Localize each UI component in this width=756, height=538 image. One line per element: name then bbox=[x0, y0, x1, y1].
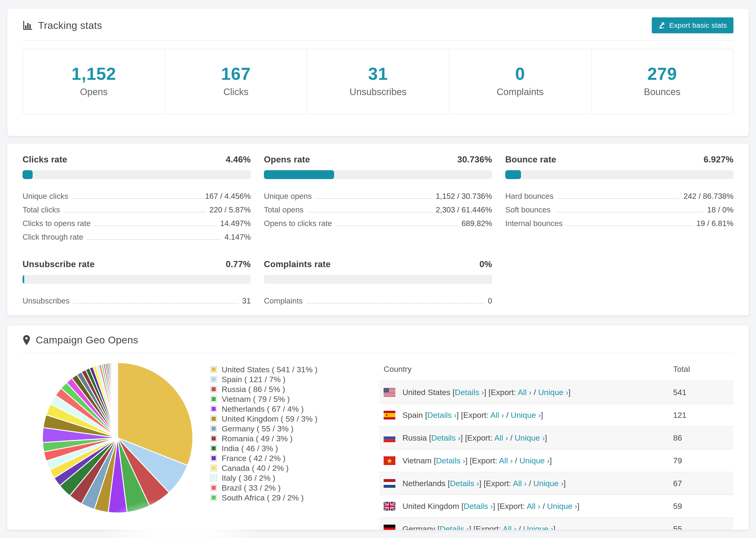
legend-item: Netherlands ( 67 / 4% ) bbox=[210, 404, 372, 414]
export-unique-link[interactable]: Unique › bbox=[533, 479, 564, 488]
legend-label: Russia ( 86 / 5% ) bbox=[222, 385, 285, 394]
rate-value: 30.736% bbox=[458, 155, 492, 165]
legend-label: Italy ( 36 / 2% ) bbox=[222, 473, 275, 483]
slash: / bbox=[508, 433, 514, 442]
legend-label: Germany ( 55 / 3% ) bbox=[222, 424, 294, 433]
rate-row-value: 4.147% bbox=[225, 233, 251, 242]
pie-legend: United States ( 541 / 31% )Spain ( 121 /… bbox=[210, 358, 372, 503]
export-unique-link[interactable]: Unique › bbox=[511, 410, 541, 419]
pie-slice bbox=[117, 363, 118, 438]
rate-panel: Clicks rate4.46%Unique clicks167 / 4.456… bbox=[23, 155, 251, 242]
details-link[interactable]: Details › bbox=[464, 502, 493, 511]
legend-swatch bbox=[210, 455, 217, 461]
country-links: United States [Details ›] [Export: All ›… bbox=[403, 388, 570, 397]
rate-row: Complaints0 bbox=[264, 293, 492, 306]
legend-swatch bbox=[210, 405, 217, 412]
details-link[interactable]: Details › bbox=[427, 410, 457, 419]
dotted-leader bbox=[315, 198, 432, 199]
rate-title: Unsubscribe rate bbox=[23, 259, 95, 269]
table-row: Russia [Details ›] [Export: All › / Uniq… bbox=[379, 426, 733, 449]
details-link[interactable]: Details › bbox=[440, 524, 469, 530]
bracket: ] [Export: bbox=[479, 479, 513, 488]
details-link[interactable]: Details › bbox=[450, 479, 479, 488]
legend-item: United Kingdom ( 59 / 3% ) bbox=[210, 414, 372, 424]
details-link[interactable]: Details › bbox=[431, 433, 460, 442]
legend-label: Spain ( 121 / 7% ) bbox=[222, 375, 286, 384]
export-basic-stats-button[interactable]: Export basic stats bbox=[652, 17, 733, 33]
export-unique-link[interactable]: Unique › bbox=[547, 502, 577, 511]
export-all-link[interactable]: All › bbox=[527, 502, 540, 511]
country-name: Vietnam [ bbox=[403, 456, 436, 465]
geo-opens-pie-chart bbox=[40, 360, 195, 515]
rate-row-label: Soft bounces bbox=[505, 205, 551, 215]
map-pin-icon bbox=[23, 335, 30, 346]
rate-row-label: Total clicks bbox=[23, 205, 60, 215]
progress-bar bbox=[264, 275, 492, 284]
rate-row-value: 1,152 / 30.736% bbox=[436, 192, 492, 202]
de-flag-icon bbox=[384, 525, 395, 530]
rate-row: Hard bounces242 / 86.738% bbox=[505, 188, 733, 202]
page-title: Tracking stats bbox=[38, 20, 102, 31]
dotted-leader bbox=[557, 198, 680, 199]
table-row: Spain [Details ›] [Export: All › / Uniqu… bbox=[379, 404, 733, 426]
rate-row: Unsubscribes31 bbox=[23, 293, 251, 306]
export-all-link[interactable]: All › bbox=[490, 410, 504, 419]
slash: / bbox=[513, 456, 519, 465]
rate-title-row: Clicks rate4.46% bbox=[23, 155, 251, 165]
country-links: Vietnam [Details ›] [Export: All › / Uni… bbox=[403, 456, 552, 465]
legend-label: Romania ( 49 / 3% ) bbox=[222, 434, 293, 443]
stat-label: Clicks bbox=[167, 86, 304, 97]
country-links: Germany [Details ›] [Export: All › / Uni… bbox=[403, 524, 556, 530]
export-unique-link[interactable]: Unique › bbox=[514, 433, 545, 442]
es-flag-icon bbox=[384, 411, 395, 419]
details-link[interactable]: Details › bbox=[455, 388, 484, 397]
progress-bar-fill bbox=[264, 170, 334, 179]
dotted-leader bbox=[73, 303, 238, 303]
total-cell: 79 bbox=[669, 449, 733, 472]
geo-table-wrap: Country Total United States [Details ›] … bbox=[379, 358, 733, 530]
rate-row-label: Total opens bbox=[264, 205, 303, 215]
rate-value: 4.46% bbox=[226, 155, 251, 165]
rate-title: Clicks rate bbox=[23, 155, 67, 165]
legend-label: Canada ( 40 / 2% ) bbox=[222, 463, 289, 473]
rate-rows: Unique opens1,152 / 30.736%Total opens2,… bbox=[264, 188, 492, 229]
rate-row-label: Click through rate bbox=[23, 233, 83, 242]
summary-stats-strip: 1,152Opens167Clicks31Unsubscribes0Compla… bbox=[23, 49, 733, 114]
export-all-link[interactable]: All › bbox=[494, 433, 508, 442]
export-all-link[interactable]: All › bbox=[503, 524, 516, 530]
rate-value: 0% bbox=[479, 259, 492, 269]
bracket: ] bbox=[541, 410, 543, 419]
rate-title: Opens rate bbox=[264, 155, 310, 165]
progress-bar-fill bbox=[505, 170, 521, 179]
rate-title-row: Bounce rate6.927% bbox=[505, 155, 733, 165]
stat-label: Unsubscribes bbox=[309, 86, 446, 97]
gb-flag-icon bbox=[384, 502, 395, 511]
legend-label: United Kingdom ( 59 / 3% ) bbox=[222, 414, 317, 423]
rate-row: Unique clicks167 / 4.456% bbox=[23, 188, 251, 202]
export-unique-link[interactable]: Unique › bbox=[523, 524, 553, 530]
rate-panel: Unsubscribe rate0.77%Unsubscribes31 bbox=[23, 259, 251, 306]
export-all-link[interactable]: All › bbox=[499, 456, 513, 465]
details-link[interactable]: Details › bbox=[436, 456, 465, 465]
country-links: Russia [Details ›] [Export: All › / Uniq… bbox=[403, 433, 547, 443]
dotted-leader bbox=[307, 212, 432, 212]
rate-title-row: Opens rate30.736% bbox=[264, 155, 492, 165]
export-unique-link[interactable]: Unique › bbox=[519, 456, 550, 465]
rate-rows: Complaints0 bbox=[264, 293, 492, 306]
bracket: ] bbox=[545, 433, 547, 442]
rate-panel: Bounce rate6.927%Hard bounces242 / 86.73… bbox=[505, 155, 733, 242]
stat-value: 279 bbox=[594, 64, 730, 84]
stat-value: 31 bbox=[309, 64, 446, 84]
bracket: ] [Export: bbox=[469, 524, 503, 530]
export-all-link[interactable]: All › bbox=[513, 479, 527, 488]
stat-value: 167 bbox=[167, 64, 304, 84]
bracket: ] [Export: bbox=[457, 410, 490, 419]
geo-opens-table: Country Total United States [Details ›] … bbox=[379, 358, 733, 530]
export-all-link[interactable]: All › bbox=[518, 388, 531, 397]
export-unique-link[interactable]: Unique › bbox=[538, 388, 568, 397]
bracket: ] bbox=[577, 502, 579, 511]
rate-title-row: Complaints rate0% bbox=[264, 259, 492, 269]
country-cell: United Kingdom [Details ›] [Export: All … bbox=[379, 495, 669, 517]
legend-swatch bbox=[210, 484, 217, 491]
total-cell: 541 bbox=[669, 381, 733, 404]
